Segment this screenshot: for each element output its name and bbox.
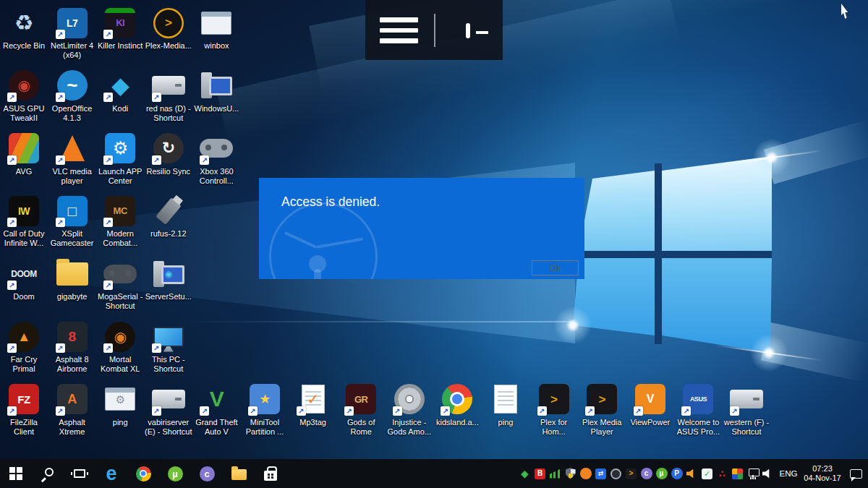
plex-tray[interactable]: > xyxy=(624,459,639,488)
language-indicator[interactable]: ENG xyxy=(775,469,801,478)
desktop-icon-welcome-to-asus-pro[interactable]: ASUS↗Welcome to ASUS Pro... xyxy=(674,382,722,437)
toolbar-divider xyxy=(434,14,435,47)
desktop-icon-label: Resilio Sync xyxy=(145,167,192,176)
desktop-icon-asphalt-8-airborne[interactable]: 8↗Asphalt 8 Airborne xyxy=(48,320,96,374)
green-play-tray[interactable]: ◆ xyxy=(517,459,532,488)
edge-button[interactable]: e xyxy=(95,459,127,488)
search-icon xyxy=(45,468,54,476)
taskbar-clock[interactable]: 07:23 04-Nov-17 xyxy=(801,464,843,483)
desktop-icon-plex-for-hom[interactable]: >↗Plex for Hom... xyxy=(530,382,578,437)
desktop-icon-asus-gpu-tweakii[interactable]: ◉↗ASUS GPU TweakII xyxy=(0,69,48,123)
desktop-icon-gigabyte[interactable]: gigabyte xyxy=(48,257,96,301)
desktop-icon-label: vabiriserver (E) - Shortcut xyxy=(145,418,192,437)
dialog-message: Access is denied. xyxy=(281,194,380,210)
utorrent-tray[interactable]: µ xyxy=(654,459,669,488)
desktop-icon-asphalt-xtreme[interactable]: A↗Asphalt Xtreme xyxy=(48,382,96,437)
resilio-ring-tray[interactable] xyxy=(608,459,624,488)
start-button[interactable] xyxy=(0,459,32,488)
desktop-icon-label: ViewPower xyxy=(626,418,674,427)
chat-check-tray[interactable]: ✓ xyxy=(699,459,715,488)
network-tray[interactable] xyxy=(745,459,760,488)
desktop-icon-ping[interactable]: ping xyxy=(482,382,529,427)
desktop-icon-winbox[interactable]: winbox xyxy=(192,6,240,51)
desktop-icon-far-cry-primal[interactable]: ▲↗Far Cry Primal xyxy=(0,320,48,374)
keyboard-button[interactable] xyxy=(451,19,485,43)
desktop-icon-vlc-media-player[interactable]: ↗VLC media player xyxy=(48,132,96,186)
folder-icon xyxy=(231,469,247,480)
bittorrent-button[interactable]: c xyxy=(191,459,223,488)
desktop-icon-western-f-shortcut[interactable]: ↗western (F) - Shortcut xyxy=(723,382,770,437)
desktop-icon-resilio-sync[interactable]: ↻↗Resilio Sync xyxy=(145,132,192,176)
desktop-icon-plex-media[interactable]: >Plex-Media... xyxy=(145,6,192,51)
red-cluster-tray[interactable]: ∴ xyxy=(715,459,730,488)
shortcut-arrow-icon: ↗ xyxy=(248,406,258,416)
overlay-toolbar xyxy=(365,0,503,60)
desktop-icon-killer-instinct[interactable]: KI↗Killer Instinct xyxy=(96,6,144,51)
search-button[interactable] xyxy=(32,459,64,488)
desktop-icon-label: MiniTool Partition ... xyxy=(241,418,289,437)
volume-tray[interactable] xyxy=(760,459,775,488)
file-explorer-button[interactable] xyxy=(223,459,255,488)
desktop-icon-label: WindowsU... xyxy=(192,104,240,114)
desktop-icon-kidsland-a[interactable]: ↗kidsland.a... xyxy=(433,382,481,427)
shortcut-arrow-icon: ↗ xyxy=(7,93,17,102)
shortcut-arrow-icon: ↗ xyxy=(297,406,306,416)
desktop-icon-avg[interactable]: ↗AVG xyxy=(0,132,48,176)
desktop-icon-vabiriserver-e-shortcut[interactable]: ↗vabiriserver (E) - Shortcut xyxy=(145,382,192,437)
desktop-icon-recycle-bin[interactable]: ♻Recycle Bin xyxy=(0,6,48,51)
desktop-icon-injustice-gods-amo[interactable]: ↗Injustice - Gods Amo... xyxy=(386,382,433,437)
desktop-icon-red-nas-d-shortcut[interactable]: ↗red nas (D) - Shortcut xyxy=(145,69,192,123)
security-shield-tray[interactable] xyxy=(563,459,578,488)
desktop-icon-xbox-360-controll[interactable]: ↗Xbox 360 Controll... xyxy=(192,132,240,186)
netlimiter-signal-tray[interactable] xyxy=(548,459,563,488)
media-speaker-tray[interactable] xyxy=(684,459,699,488)
action-center-icon xyxy=(850,469,862,479)
orange-app-tray[interactable] xyxy=(578,459,593,488)
desktop-icon-ping[interactable]: ⚙ping xyxy=(96,382,144,427)
store-button[interactable] xyxy=(255,459,286,488)
desktop-icon-minitool-partition[interactable]: ★↗MiniTool Partition ... xyxy=(241,382,289,437)
desktop-icon-gods-of-rome[interactable]: GR↗Gods of Rome xyxy=(337,382,385,437)
desktop-icon-plex-media-player[interactable]: >↗Plex Media Player xyxy=(578,382,626,437)
desktop-icon-this-pc-shortcut[interactable]: ↗This PC - Shortcut xyxy=(145,320,192,374)
desktop-icon-kodi[interactable]: ◆↗Kodi xyxy=(96,69,144,114)
teamviewer-tray[interactable]: ⇄ xyxy=(593,459,608,488)
desktop-icon-label: Call of Duty Infinite W... xyxy=(0,229,48,248)
desktop-icon-label: NetLimiter 4 (x64) xyxy=(48,41,96,60)
antivirus-grid-tray[interactable] xyxy=(730,459,745,488)
bittorrent-tray-icon: c xyxy=(641,468,652,479)
windows-desktop: ♻Recycle BinL7↗NetLimiter 4 (x64)KI↗Kill… xyxy=(0,0,868,488)
desktop-icon-grand-theft-auto-v[interactable]: V↗Grand Theft Auto V xyxy=(192,382,240,437)
utorrent-button[interactable]: µ xyxy=(159,459,191,488)
desktop-icon-call-of-duty-infinite-w[interactable]: IW↗Call of Duty Infinite W... xyxy=(0,194,48,248)
antivirus-grid-tray-icon xyxy=(732,468,743,479)
b-app-tray[interactable]: B xyxy=(532,459,548,488)
desktop-icon-mp3tag[interactable]: ✓↗Mp3tag xyxy=(289,382,337,427)
desktop-icon-viewpower[interactable]: V↗ViewPower xyxy=(626,382,674,427)
desktop-icon-netlimiter-4-x64[interactable]: L7↗NetLimiter 4 (x64) xyxy=(48,6,96,60)
desktop-icon-windowsu[interactable]: WindowsU... xyxy=(192,69,240,114)
desktop-icon-serversetu[interactable]: ◉ServerSetu... xyxy=(145,257,192,301)
p-app-tray[interactable]: P xyxy=(669,459,684,488)
desktop-icon-label: winbox xyxy=(192,41,240,51)
desktop-icon-label: OpenOffice 4.1.3 xyxy=(48,104,96,123)
desktop-icon-mogaserial-shortcut[interactable]: ↗MogaSerial - Shortcut xyxy=(96,257,144,311)
desktop-icon-rufus-2-12[interactable]: rufus-2.12 xyxy=(145,194,192,239)
windowsu-icon xyxy=(200,72,233,99)
task-view-button[interactable] xyxy=(64,459,95,488)
desktop-icon-launch-app-center[interactable]: ⚙↗Launch APP Center xyxy=(96,132,144,186)
ok-button[interactable]: Ok xyxy=(532,260,579,275)
shortcut-arrow-icon: ↗ xyxy=(152,406,161,416)
desktop-icon-filezilla-client[interactable]: FZ↗FileZilla Client xyxy=(0,382,48,437)
chrome-button[interactable] xyxy=(127,459,159,488)
desktop-icon-label: FileZilla Client xyxy=(0,418,48,437)
shortcut-arrow-icon: ↗ xyxy=(56,406,65,416)
action-center-button[interactable] xyxy=(843,459,868,488)
desktop-icon-modern-combat[interactable]: MC↗Modern Combat... xyxy=(96,194,144,248)
bittorrent-tray[interactable]: c xyxy=(639,459,654,488)
desktop-icon-mortal-kombat-xl[interactable]: ◉↗Mortal Kombat XL xyxy=(96,320,144,374)
menu-button[interactable] xyxy=(380,17,425,44)
desktop-icon-xsplit-gamecaster[interactable]: □↗XSplit Gamecaster xyxy=(48,194,96,248)
desktop-icon-doom[interactable]: DOOM↗Doom xyxy=(0,257,48,301)
desktop-icon-openoffice-4-1-3[interactable]: ~↗OpenOffice 4.1.3 xyxy=(48,69,96,123)
